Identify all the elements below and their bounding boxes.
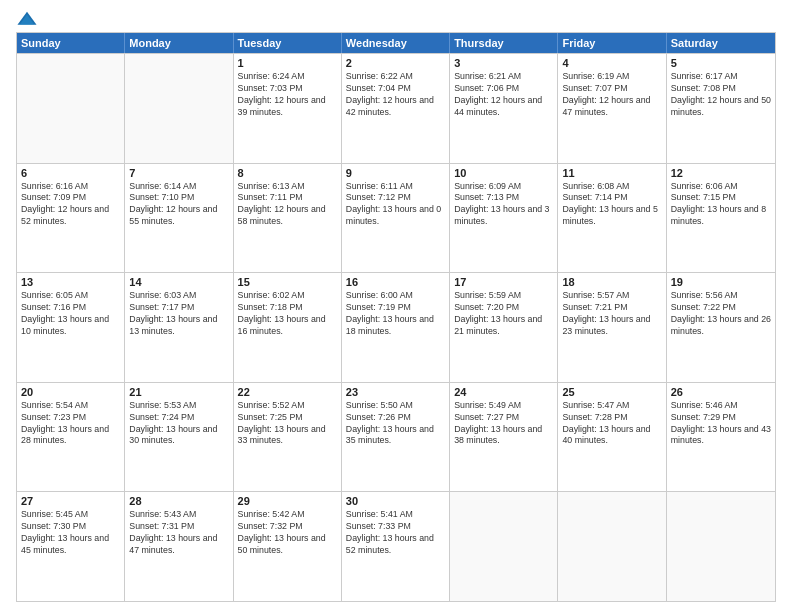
cal-cell-w2-d2: 7Sunrise: 6:14 AM Sunset: 7:10 PM Daylig… — [125, 164, 233, 273]
day-info: Sunrise: 5:47 AM Sunset: 7:28 PM Dayligh… — [562, 400, 661, 448]
day-number: 23 — [346, 386, 445, 398]
day-info: Sunrise: 6:14 AM Sunset: 7:10 PM Dayligh… — [129, 181, 228, 229]
cal-cell-w3-d7: 19Sunrise: 5:56 AM Sunset: 7:22 PM Dayli… — [667, 273, 775, 382]
calendar-body: 1Sunrise: 6:24 AM Sunset: 7:03 PM Daylig… — [17, 53, 775, 601]
cal-cell-w5-d7 — [667, 492, 775, 601]
week-row-3: 13Sunrise: 6:05 AM Sunset: 7:16 PM Dayli… — [17, 272, 775, 382]
day-info: Sunrise: 6:03 AM Sunset: 7:17 PM Dayligh… — [129, 290, 228, 338]
day-number: 12 — [671, 167, 771, 179]
page: SundayMondayTuesdayWednesdayThursdayFrid… — [0, 0, 792, 612]
day-info: Sunrise: 6:06 AM Sunset: 7:15 PM Dayligh… — [671, 181, 771, 229]
day-info: Sunrise: 5:59 AM Sunset: 7:20 PM Dayligh… — [454, 290, 553, 338]
day-number: 26 — [671, 386, 771, 398]
cal-cell-w1-d5: 3Sunrise: 6:21 AM Sunset: 7:06 PM Daylig… — [450, 54, 558, 163]
weekday-header-saturday: Saturday — [667, 33, 775, 53]
logo-icon — [16, 10, 38, 28]
weekday-header-wednesday: Wednesday — [342, 33, 450, 53]
cal-cell-w4-d3: 22Sunrise: 5:52 AM Sunset: 7:25 PM Dayli… — [234, 383, 342, 492]
calendar: SundayMondayTuesdayWednesdayThursdayFrid… — [16, 32, 776, 602]
cal-cell-w2-d5: 10Sunrise: 6:09 AM Sunset: 7:13 PM Dayli… — [450, 164, 558, 273]
day-info: Sunrise: 5:46 AM Sunset: 7:29 PM Dayligh… — [671, 400, 771, 448]
day-number: 19 — [671, 276, 771, 288]
cal-cell-w4-d1: 20Sunrise: 5:54 AM Sunset: 7:23 PM Dayli… — [17, 383, 125, 492]
cal-cell-w1-d6: 4Sunrise: 6:19 AM Sunset: 7:07 PM Daylig… — [558, 54, 666, 163]
cal-cell-w4-d2: 21Sunrise: 5:53 AM Sunset: 7:24 PM Dayli… — [125, 383, 233, 492]
day-info: Sunrise: 6:21 AM Sunset: 7:06 PM Dayligh… — [454, 71, 553, 119]
cal-cell-w1-d7: 5Sunrise: 6:17 AM Sunset: 7:08 PM Daylig… — [667, 54, 775, 163]
day-number: 2 — [346, 57, 445, 69]
day-number: 21 — [129, 386, 228, 398]
day-number: 7 — [129, 167, 228, 179]
day-info: Sunrise: 6:22 AM Sunset: 7:04 PM Dayligh… — [346, 71, 445, 119]
logo — [16, 10, 42, 28]
weekday-header-friday: Friday — [558, 33, 666, 53]
day-number: 15 — [238, 276, 337, 288]
day-info: Sunrise: 6:09 AM Sunset: 7:13 PM Dayligh… — [454, 181, 553, 229]
weekday-header-sunday: Sunday — [17, 33, 125, 53]
cal-cell-w4-d4: 23Sunrise: 5:50 AM Sunset: 7:26 PM Dayli… — [342, 383, 450, 492]
cal-cell-w2-d3: 8Sunrise: 6:13 AM Sunset: 7:11 PM Daylig… — [234, 164, 342, 273]
day-info: Sunrise: 5:57 AM Sunset: 7:21 PM Dayligh… — [562, 290, 661, 338]
day-info: Sunrise: 6:05 AM Sunset: 7:16 PM Dayligh… — [21, 290, 120, 338]
day-number: 22 — [238, 386, 337, 398]
day-number: 16 — [346, 276, 445, 288]
cal-cell-w4-d7: 26Sunrise: 5:46 AM Sunset: 7:29 PM Dayli… — [667, 383, 775, 492]
cal-cell-w1-d4: 2Sunrise: 6:22 AM Sunset: 7:04 PM Daylig… — [342, 54, 450, 163]
day-number: 30 — [346, 495, 445, 507]
day-number: 24 — [454, 386, 553, 398]
day-info: Sunrise: 5:49 AM Sunset: 7:27 PM Dayligh… — [454, 400, 553, 448]
day-number: 27 — [21, 495, 120, 507]
week-row-1: 1Sunrise: 6:24 AM Sunset: 7:03 PM Daylig… — [17, 53, 775, 163]
cal-cell-w1-d1 — [17, 54, 125, 163]
cal-cell-w5-d3: 29Sunrise: 5:42 AM Sunset: 7:32 PM Dayli… — [234, 492, 342, 601]
cal-cell-w5-d5 — [450, 492, 558, 601]
day-number: 20 — [21, 386, 120, 398]
day-info: Sunrise: 5:52 AM Sunset: 7:25 PM Dayligh… — [238, 400, 337, 448]
cal-cell-w3-d1: 13Sunrise: 6:05 AM Sunset: 7:16 PM Dayli… — [17, 273, 125, 382]
day-info: Sunrise: 5:56 AM Sunset: 7:22 PM Dayligh… — [671, 290, 771, 338]
day-number: 8 — [238, 167, 337, 179]
day-info: Sunrise: 6:11 AM Sunset: 7:12 PM Dayligh… — [346, 181, 445, 229]
day-number: 14 — [129, 276, 228, 288]
day-number: 10 — [454, 167, 553, 179]
day-info: Sunrise: 5:43 AM Sunset: 7:31 PM Dayligh… — [129, 509, 228, 557]
day-number: 17 — [454, 276, 553, 288]
cal-cell-w1-d3: 1Sunrise: 6:24 AM Sunset: 7:03 PM Daylig… — [234, 54, 342, 163]
weekday-header-tuesday: Tuesday — [234, 33, 342, 53]
day-number: 6 — [21, 167, 120, 179]
week-row-5: 27Sunrise: 5:45 AM Sunset: 7:30 PM Dayli… — [17, 491, 775, 601]
day-number: 13 — [21, 276, 120, 288]
day-number: 4 — [562, 57, 661, 69]
day-info: Sunrise: 6:17 AM Sunset: 7:08 PM Dayligh… — [671, 71, 771, 119]
day-number: 5 — [671, 57, 771, 69]
day-info: Sunrise: 5:53 AM Sunset: 7:24 PM Dayligh… — [129, 400, 228, 448]
calendar-header-row: SundayMondayTuesdayWednesdayThursdayFrid… — [17, 33, 775, 53]
day-info: Sunrise: 6:24 AM Sunset: 7:03 PM Dayligh… — [238, 71, 337, 119]
week-row-2: 6Sunrise: 6:16 AM Sunset: 7:09 PM Daylig… — [17, 163, 775, 273]
cal-cell-w1-d2 — [125, 54, 233, 163]
day-number: 9 — [346, 167, 445, 179]
weekday-header-thursday: Thursday — [450, 33, 558, 53]
cal-cell-w5-d2: 28Sunrise: 5:43 AM Sunset: 7:31 PM Dayli… — [125, 492, 233, 601]
cal-cell-w2-d6: 11Sunrise: 6:08 AM Sunset: 7:14 PM Dayli… — [558, 164, 666, 273]
day-info: Sunrise: 6:08 AM Sunset: 7:14 PM Dayligh… — [562, 181, 661, 229]
cal-cell-w3-d3: 15Sunrise: 6:02 AM Sunset: 7:18 PM Dayli… — [234, 273, 342, 382]
weekday-header-monday: Monday — [125, 33, 233, 53]
day-info: Sunrise: 6:13 AM Sunset: 7:11 PM Dayligh… — [238, 181, 337, 229]
week-row-4: 20Sunrise: 5:54 AM Sunset: 7:23 PM Dayli… — [17, 382, 775, 492]
cal-cell-w2-d4: 9Sunrise: 6:11 AM Sunset: 7:12 PM Daylig… — [342, 164, 450, 273]
cal-cell-w5-d6 — [558, 492, 666, 601]
day-number: 28 — [129, 495, 228, 507]
day-info: Sunrise: 5:41 AM Sunset: 7:33 PM Dayligh… — [346, 509, 445, 557]
day-number: 11 — [562, 167, 661, 179]
cal-cell-w2-d7: 12Sunrise: 6:06 AM Sunset: 7:15 PM Dayli… — [667, 164, 775, 273]
day-number: 1 — [238, 57, 337, 69]
header — [16, 10, 776, 28]
day-number: 25 — [562, 386, 661, 398]
day-number: 18 — [562, 276, 661, 288]
day-info: Sunrise: 5:45 AM Sunset: 7:30 PM Dayligh… — [21, 509, 120, 557]
day-number: 3 — [454, 57, 553, 69]
cal-cell-w4-d6: 25Sunrise: 5:47 AM Sunset: 7:28 PM Dayli… — [558, 383, 666, 492]
day-info: Sunrise: 6:02 AM Sunset: 7:18 PM Dayligh… — [238, 290, 337, 338]
day-info: Sunrise: 6:16 AM Sunset: 7:09 PM Dayligh… — [21, 181, 120, 229]
